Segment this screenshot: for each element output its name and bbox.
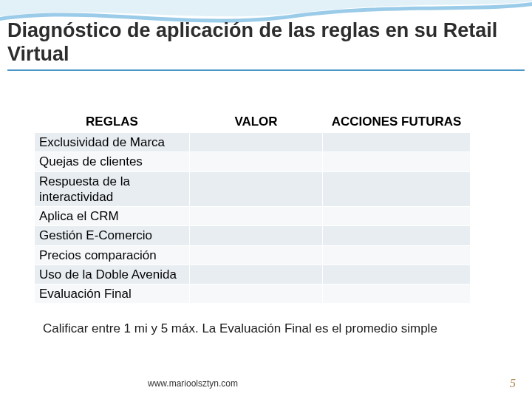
table-header-row: REGLAS VALOR ACCIONES FUTURAS — [35, 112, 471, 133]
cell-reglas: Precios comparación — [35, 245, 190, 265]
table-row: Quejas de clientes — [35, 152, 471, 171]
cell-acciones — [323, 265, 471, 284]
table-row: Evaluación Final — [35, 284, 471, 304]
cell-acciones — [323, 133, 471, 152]
cell-acciones — [323, 245, 471, 265]
cell-valor — [190, 226, 323, 245]
table-row: Gestión E-Comercio — [35, 226, 471, 245]
footnote: Calificar entre 1 mi y 5 máx. La Evaluac… — [43, 321, 502, 336]
cell-reglas: Evaluación Final — [35, 284, 190, 304]
cell-reglas: Quejas de clientes — [35, 152, 190, 171]
footer-url: www.marioolsztyn.com — [148, 378, 238, 389]
rules-table: REGLAS VALOR ACCIONES FUTURAS Exclusivid… — [34, 111, 471, 304]
cell-reglas: Respuesta de la interactividad — [35, 171, 190, 207]
cell-acciones — [323, 207, 471, 226]
table-row: Precios comparación — [35, 245, 471, 265]
table-row: Respuesta de la interactividad — [35, 171, 471, 207]
cell-acciones — [323, 226, 471, 245]
cell-valor — [190, 152, 323, 171]
cell-valor — [190, 171, 323, 207]
table-row: Uso de la Doble Avenida — [35, 265, 471, 284]
page-number: 5 — [510, 377, 516, 390]
cell-valor — [190, 265, 323, 284]
header-valor: VALOR — [190, 112, 323, 133]
table-row: Exclusividad de Marca — [35, 133, 471, 152]
cell-acciones — [323, 171, 471, 207]
header-acciones: ACCIONES FUTURAS — [323, 112, 471, 133]
header-reglas: REGLAS — [35, 112, 190, 133]
cell-reglas: Uso de la Doble Avenida — [35, 265, 190, 284]
table-row: Aplica el CRM — [35, 207, 471, 226]
cell-valor — [190, 207, 323, 226]
cell-reglas: Gestión E-Comercio — [35, 226, 190, 245]
cell-valor — [190, 284, 323, 304]
page-title: Diagnóstico de aplicación de las reglas … — [7, 19, 525, 71]
cell-acciones — [323, 284, 471, 304]
cell-reglas: Exclusividad de Marca — [35, 133, 190, 152]
cell-valor — [190, 245, 323, 265]
cell-acciones — [323, 152, 471, 171]
cell-valor — [190, 133, 323, 152]
cell-reglas: Aplica el CRM — [35, 207, 190, 226]
